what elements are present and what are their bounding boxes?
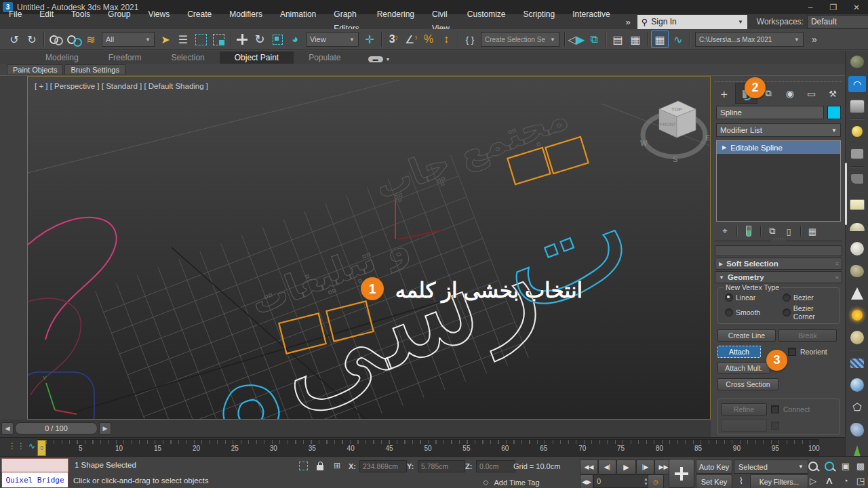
perspective-viewport[interactable]: مجتمع چاپ و تبلیغات م رسی ت [27, 76, 711, 420]
select-by-name-icon[interactable]: ☰ [175, 31, 191, 47]
teapot-render-icon[interactable] [848, 54, 866, 70]
rectangular-selection-region-icon[interactable] [193, 31, 209, 47]
x-coordinate-field[interactable]: 234.869cm [359, 460, 407, 472]
close-button[interactable]: ✕ [845, 3, 868, 12]
wirecolor-swatch[interactable] [827, 106, 841, 119]
set-keys-button[interactable] [669, 459, 694, 488]
zoom-icon[interactable] [806, 460, 821, 472]
ribbon-subtab-paint-objects[interactable]: Paint Objects [7, 64, 63, 75]
pin-stack-icon[interactable]: ⌖ [717, 224, 732, 238]
radio-bezier-corner[interactable]: Bezier Corner [778, 304, 836, 321]
rollout-soft-selection[interactable]: ▶Soft Selection≡ [715, 258, 842, 270]
sign-in-button[interactable]: ⚲ Sign In▼ [637, 15, 747, 29]
extrude-arrow-icon[interactable]: ⬠ [848, 399, 866, 415]
key-mode-toggle-button[interactable]: ◀▶ [580, 474, 593, 488]
teapot2-icon[interactable] [848, 263, 866, 279]
time-slider[interactable]: 0 / 100 [15, 422, 98, 434]
select-and-rotate-icon[interactable]: ↻ [252, 31, 268, 47]
modifier-stack[interactable]: ▶Editable Spline [716, 140, 841, 222]
select-object-icon[interactable]: ➤ [157, 31, 174, 47]
panel-grip[interactable] [715, 77, 842, 82]
modifier-list-dropdown[interactable]: Modifier List▼ [716, 123, 841, 137]
redo-icon[interactable]: ↻ [24, 31, 40, 47]
curve-editor-icon[interactable]: ∿ [670, 31, 686, 47]
align-icon[interactable]: ⧉ [586, 31, 602, 47]
undo-icon[interactable]: ↺ [6, 31, 22, 47]
next-frame-arrow[interactable]: ▶ [99, 422, 111, 434]
attach-button[interactable]: Attach [717, 346, 761, 358]
set-key-button[interactable]: Set Key [696, 474, 732, 488]
radio-smooth[interactable]: Smooth [721, 304, 778, 321]
toolbar-overflow-chevron[interactable]: » [806, 31, 823, 47]
select-and-move-icon[interactable] [234, 31, 250, 47]
key-mode-dropdown[interactable]: Selected▼ [734, 460, 808, 474]
key-filter-mode-icon[interactable]: ⌇ [734, 474, 749, 487]
display-tab-icon[interactable]: ▭ [801, 84, 823, 103]
ribbon-tab-populate[interactable]: Populate [294, 52, 355, 64]
arcball-app-icon[interactable]: ◠ [848, 76, 866, 92]
absolute-mode-icon[interactable]: ⊞ [330, 460, 344, 472]
light-lister-icon[interactable] [848, 123, 866, 140]
zoom-all-icon[interactable] [822, 460, 837, 472]
spinner-snap-icon[interactable]: ↕ [438, 31, 454, 47]
use-pivot-point-icon[interactable]: ✛ [361, 31, 378, 47]
rollout-collapsed-blank[interactable] [715, 245, 842, 256]
maximize-viewport-icon[interactable]: ◳ [853, 474, 868, 487]
go-to-start-button[interactable]: ◀◀ [580, 460, 598, 474]
ribbon-tab-object-paint[interactable]: Object Paint [220, 52, 294, 64]
previous-frame-arrow[interactable]: ◀ [1, 422, 14, 434]
named-selection-sets-dropdown[interactable]: Create Selection Se▼ [481, 32, 559, 47]
utilities-tab-icon[interactable]: ⚒ [822, 84, 844, 103]
y-coordinate-field[interactable]: 5.785cm [418, 460, 465, 472]
ribbon-minimize-icon[interactable]: ▬▼ [368, 56, 391, 64]
zoom-extents-all-icon[interactable]: ▩ [853, 460, 868, 472]
angle-snap-icon[interactable]: ∠ˀ [403, 31, 419, 47]
next-frame-button[interactable]: |▶ [636, 460, 654, 474]
motion-tab-icon[interactable]: ◉ [779, 84, 801, 103]
unlink-selection-icon[interactable] [65, 31, 81, 47]
sun-light-icon[interactable] [848, 307, 866, 323]
menu-overflow-chevron[interactable]: » [619, 17, 637, 27]
water-icon[interactable] [848, 377, 866, 393]
previous-frame-button[interactable]: ◀| [598, 460, 616, 474]
current-frame-field[interactable]: 0▲▼ [593, 474, 652, 488]
layer-manager-icon[interactable]: ▦ [627, 31, 644, 47]
render-setup-icon[interactable] [848, 98, 866, 115]
viewport-label[interactable]: [ + ] [ Perspective ] [ Standard ] [ Def… [35, 82, 208, 90]
refine-button[interactable]: Refine [721, 403, 767, 415]
orbit-icon[interactable]: ◔ [838, 474, 853, 487]
scene-explorer-icon[interactable]: ▤ [610, 31, 626, 47]
maxscript-mini-listener[interactable] [1, 458, 68, 473]
selection-filter-dropdown[interactable]: All▼ [102, 32, 155, 47]
create-line-button[interactable]: Create Line [717, 329, 776, 342]
create-tab-icon[interactable]: ＋ [713, 84, 735, 103]
attach-mult-button[interactable]: Attach Mult. [717, 362, 770, 374]
isolate-selection-icon[interactable] [296, 460, 310, 472]
reorient-checkbox[interactable] [788, 348, 796, 356]
mini-curve-editor-icon[interactable]: ∿ [28, 441, 35, 451]
physical-camera-icon[interactable] [848, 171, 866, 188]
mirror-icon[interactable]: ◁▶ [568, 31, 585, 47]
ribbon-tab-freeform[interactable]: Freeform [94, 52, 157, 64]
bind-to-spacewarp-icon[interactable]: ≋ [83, 31, 99, 47]
viewport-canvas[interactable]: مجتمع چاپ و تبلیغات م رسی ت [28, 77, 710, 419]
zoom-extents-icon[interactable]: ▣ [838, 460, 853, 472]
plane-icon[interactable] [848, 197, 866, 213]
radio-bezier[interactable]: Bezier [778, 293, 836, 302]
array-icon[interactable] [848, 355, 866, 371]
ribbon-subtab-brush-settings[interactable]: Brush Settings [64, 64, 125, 75]
percent-snap-icon[interactable]: % [420, 31, 437, 47]
auto-key-button[interactable]: Auto Key [696, 460, 732, 474]
select-and-link-icon[interactable] [47, 31, 64, 47]
snaps-toggle-icon[interactable]: 3ˀ [385, 31, 401, 47]
ribbon-tab-modeling[interactable]: Modeling [31, 52, 94, 64]
select-and-place-icon[interactable]: ◕ [287, 31, 303, 47]
spot-cone-icon[interactable] [848, 285, 866, 302]
selection-lock-icon[interactable] [313, 460, 327, 472]
rock-icon[interactable] [848, 422, 866, 438]
matte-sphere-icon[interactable] [848, 241, 866, 257]
timeline-ruler[interactable]: 0 05101520253035404550556065707580859095… [37, 439, 818, 457]
ribbon-tab-selection[interactable]: Selection [156, 52, 219, 64]
break-button[interactable]: Break [778, 329, 837, 342]
camera-lister-icon[interactable] [848, 146, 866, 162]
